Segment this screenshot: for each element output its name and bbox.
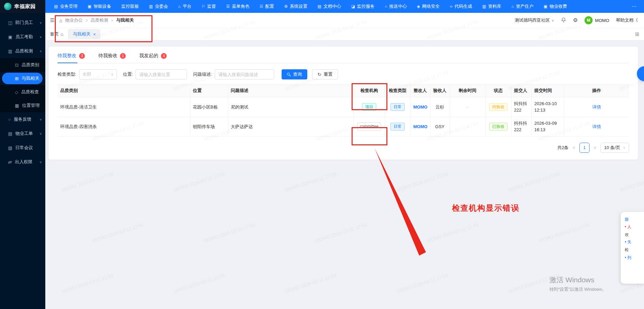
- chevron-down-icon: ∨: [40, 21, 42, 24]
- sidebar-item-label: 部门员工: [15, 20, 33, 26]
- tab-initiated-by-me[interactable]: 我发起的 4: [139, 53, 167, 63]
- topnav-item-16[interactable]: ⌂资产住户: [511, 3, 533, 9]
- sidebar-item-10[interactable]: ▧日常会议: [0, 141, 45, 155]
- col-acceptor: 验收人: [430, 85, 450, 97]
- sidebar-item-3[interactable]: ▥品质检测∧: [0, 44, 45, 58]
- col-check-type: 检查类型: [385, 85, 410, 97]
- page-size-value: 10 条/页: [604, 145, 620, 151]
- page-number[interactable]: 1: [579, 143, 590, 153]
- tab-badge: 1: [120, 53, 126, 59]
- detail-link[interactable]: 详情: [592, 104, 601, 110]
- chevron-down-icon: ∨: [40, 132, 42, 135]
- network-security-icon: ◈: [417, 4, 420, 9]
- sidebar-item-label: 与我相关: [22, 75, 39, 81]
- sidebar-item-7[interactable]: ▦位置管理: [0, 99, 45, 112]
- pagination: 共2条 < 1 > 10 条/页 ∨: [57, 143, 629, 153]
- chevron-down-icon: ∨: [623, 146, 625, 149]
- access-permission-icon: ⇄: [8, 160, 12, 165]
- next-page-icon[interactable]: >: [594, 145, 596, 150]
- tab-pending-rectify[interactable]: 待我整改 3: [57, 53, 85, 63]
- tab-badge: 3: [79, 53, 85, 59]
- topnav-item-label: 平台: [183, 3, 191, 9]
- topnav-item-9[interactable]: ⚙系统设置: [284, 3, 308, 9]
- community-selector[interactable]: 测试德玛西亚社区 ∨: [515, 17, 554, 23]
- topnav-item-7[interactable]: ☰菜单角色: [226, 3, 249, 9]
- sidebar-item-4[interactable]: ⊡品质类别: [0, 58, 45, 72]
- sidebar-item-5[interactable]: ⊞与我相关: [2, 73, 43, 84]
- notification-bell-icon[interactable]: [561, 17, 566, 24]
- collapse-sidebar-icon[interactable]: ☰: [50, 17, 54, 23]
- prev-page-icon[interactable]: <: [573, 145, 575, 150]
- cell-submit-time: 2026-03-10 12:13: [531, 97, 564, 117]
- reset-button[interactable]: ↻ 重置: [312, 69, 338, 79]
- check-type-select[interactable]: 全部 ∨: [79, 69, 117, 79]
- cell-rectifier: MOMO: [413, 124, 428, 129]
- location-search-input[interactable]: [136, 69, 187, 79]
- page-size-select[interactable]: 10 条/页 ∨: [600, 143, 629, 153]
- filter-bar: 检查类型: 全部 ∨ 位置: 问题描述: 查询 ↻ 重置: [57, 69, 629, 79]
- col-actions: 操作: [564, 85, 629, 97]
- chevron-up-icon: ∧: [40, 50, 42, 53]
- help-doc-link[interactable]: 帮助文档《: [616, 17, 638, 23]
- sidebar-item-6[interactable]: ◇品质检查: [0, 85, 45, 99]
- topnav-item-15[interactable]: ▥资料库: [482, 3, 501, 9]
- topnav-item-1[interactable]: ▤业务受理: [54, 3, 77, 9]
- topnav-item-3[interactable]: 监控面板: [121, 3, 139, 9]
- settings-gear-icon[interactable]: ⚙: [573, 18, 578, 23]
- topnav-item-12[interactable]: ○推送中心: [385, 3, 407, 9]
- community-name: 测试德玛西亚社区: [515, 17, 550, 23]
- topnav-item-10[interactable]: ▤文档中心: [317, 3, 341, 9]
- tab-label: 待我整改: [57, 53, 76, 59]
- breadcrumb-item[interactable]: 物业办公: [65, 17, 83, 23]
- sidebar-item-2[interactable]: ▣员工考勤∨: [0, 30, 45, 44]
- topnav-item-17[interactable]: ▣物业收费: [544, 3, 567, 9]
- layout-grid-icon[interactable]: ⊞: [635, 31, 639, 37]
- topnav-item-5[interactable]: ⌂平台: [178, 3, 191, 9]
- desc-search-input[interactable]: [215, 69, 274, 79]
- chevron-down-icon: ∨: [40, 35, 42, 39]
- check-type-tag: 日常: [390, 123, 405, 130]
- tab-label: 我发起的: [139, 53, 158, 59]
- topnav-item-4[interactable]: ▥业委会: [149, 3, 168, 9]
- topnav-item-6[interactable]: ⚐监督: [201, 3, 216, 9]
- topnav-item-11[interactable]: ◪监控服务: [351, 3, 375, 9]
- cell-category: 环境品质-清洁卫生: [57, 97, 190, 117]
- help-side-panel[interactable]: ▤• 人改• 失检• 列: [621, 212, 644, 284]
- topnav-item-2[interactable]: ▣智能设备: [88, 3, 111, 9]
- content-area: ☰ ⌂ 物业办公 > 品质检测 > 与我相关 测试德玛西亚社区 ∨ ⚙ M: [45, 13, 644, 309]
- topnav-item-14[interactable]: ‹›代码生成: [450, 3, 472, 9]
- sidebar-item-label: 品质检测: [15, 48, 33, 54]
- topnav-item-8[interactable]: ☵配置: [260, 3, 274, 9]
- code-gen-icon: ‹›: [450, 4, 453, 9]
- col-check-org: 检查机构: [354, 85, 385, 97]
- sidebar-item-label: 员工考勤: [15, 34, 33, 40]
- sidebar-item-11[interactable]: ⇄出入权限∨: [0, 155, 45, 169]
- sidebar-item-9[interactable]: ▤物业工单∨: [0, 126, 45, 141]
- user-menu[interactable]: M MOMO: [585, 16, 609, 24]
- col-remaining: 剩余时间: [450, 85, 485, 97]
- chip-related-to-me[interactable]: 与我相关 ×: [68, 29, 100, 39]
- chip-home[interactable]: 首页 ⌂: [50, 31, 63, 37]
- library-icon: ▥: [482, 4, 486, 9]
- app-logo[interactable]: 幸福家园: [0, 0, 45, 13]
- sidebar-item-1[interactable]: ◫部门员工∨: [0, 16, 45, 30]
- tab-pending-accept[interactable]: 待我验收 1: [98, 53, 126, 63]
- org-tag: committee: [357, 122, 381, 131]
- sidebar-item-8[interactable]: ○服务反馈∨: [0, 112, 45, 126]
- topnav-more-icon[interactable]: ⋯: [631, 3, 637, 9]
- search-button[interactable]: 查询: [282, 69, 307, 79]
- breadcrumb-item[interactable]: 品质检测: [91, 17, 108, 23]
- topnav-item-label: 智能设备: [94, 3, 111, 9]
- help-panel-line: 改: [625, 231, 644, 239]
- asset-resident-icon: ⌂: [511, 4, 514, 9]
- tab-label: 待我验收: [98, 53, 117, 59]
- detail-link[interactable]: 详情: [592, 124, 601, 129]
- app-logo-icon: [4, 3, 11, 10]
- check-type-value: 全部: [82, 71, 91, 77]
- breadcrumb-home-icon[interactable]: ⌂: [59, 18, 62, 23]
- topnav-item-label: 监督: [207, 3, 216, 9]
- close-icon[interactable]: ×: [93, 32, 96, 37]
- topnav-item-13[interactable]: ◈网络安全: [417, 3, 439, 9]
- topnav-item-label: 推送中心: [389, 3, 407, 9]
- search-icon: [287, 73, 291, 76]
